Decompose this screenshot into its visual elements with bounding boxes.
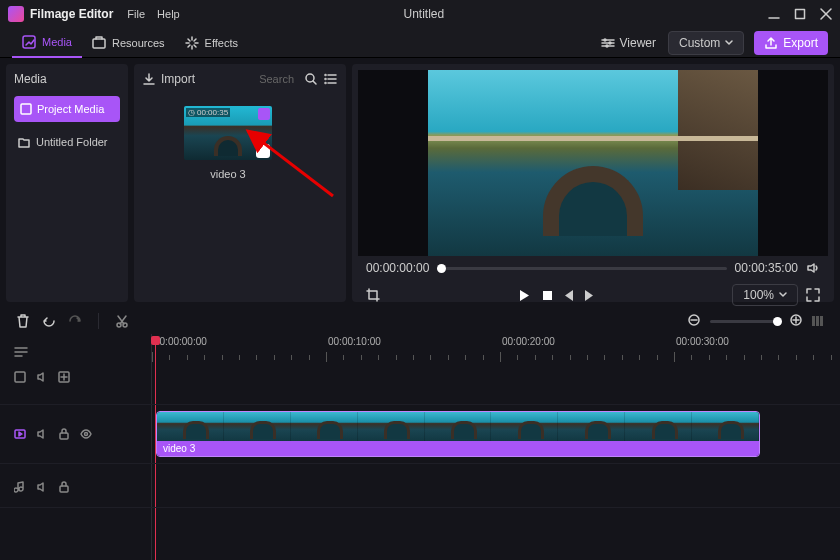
svg-point-19	[325, 79, 326, 80]
project-media-button[interactable]: Project Media	[14, 96, 120, 122]
effects-icon	[185, 36, 199, 50]
track-visibility-icon[interactable]	[80, 428, 92, 440]
thumb-selected-icon	[258, 108, 270, 120]
media-icon	[22, 35, 36, 49]
redo-icon[interactable]	[68, 314, 82, 328]
timeline: 00:00:00:00 00:00:10:00 00:00:20:00 00:0…	[0, 334, 840, 560]
title-bar: Filmage Editor File Help Untitled	[0, 0, 840, 28]
chevron-down-icon	[779, 291, 787, 299]
tab-effects[interactable]: Effects	[175, 28, 248, 58]
svg-point-20	[325, 83, 326, 84]
timeline-ruler[interactable]: 00:00:00:00 00:00:10:00 00:00:20:00 00:0…	[152, 334, 840, 368]
tab-media[interactable]: Media	[12, 28, 82, 58]
viewer-icon	[601, 36, 615, 50]
thumb-duration: ◷ 00:00:35	[186, 108, 230, 117]
stop-icon[interactable]	[541, 289, 554, 302]
app-name: Filmage Editor	[30, 7, 113, 21]
next-frame-icon[interactable]	[584, 289, 594, 302]
main-toolbar: Media Resources Effects Viewer Custom Ex…	[0, 28, 840, 58]
svg-rect-22	[543, 291, 552, 300]
volume-icon[interactable]	[806, 261, 820, 275]
export-icon	[764, 36, 778, 50]
svg-rect-31	[816, 316, 819, 326]
video-clip[interactable]: video 3	[156, 411, 760, 457]
resources-icon	[92, 36, 106, 50]
thumb-name: video 3	[210, 168, 245, 180]
track-mute-icon[interactable]	[36, 481, 48, 493]
svg-rect-43	[60, 486, 68, 492]
custom-button[interactable]: Custom	[668, 31, 744, 55]
svg-rect-30	[812, 316, 815, 326]
zoom-in-icon[interactable]	[790, 314, 804, 328]
preview-current-time: 00:00:00:00	[366, 261, 429, 275]
search-placeholder[interactable]: Search	[259, 73, 294, 85]
zoom-slider[interactable]	[710, 320, 782, 323]
left-panel: Media Project Media Untitled Folder	[6, 64, 128, 302]
left-panel-title: Media	[14, 72, 120, 86]
zoom-select[interactable]: 100%	[732, 284, 798, 306]
play-icon[interactable]	[518, 289, 531, 302]
menu-help[interactable]: Help	[157, 8, 180, 20]
import-button[interactable]: Import	[142, 72, 253, 86]
svg-rect-1	[796, 10, 805, 19]
svg-rect-32	[820, 316, 823, 326]
media-thumbnail[interactable]: ◷ 00:00:35 video 3	[182, 106, 274, 180]
list-view-icon[interactable]	[324, 72, 338, 86]
svg-point-10	[609, 42, 611, 44]
track-add-icon[interactable]	[58, 371, 70, 383]
maximize-icon[interactable]	[794, 8, 806, 20]
track-lock-icon[interactable]	[58, 428, 70, 440]
preview-panel: 00:00:00:00 00:00:35:00 100%	[352, 64, 834, 302]
track-mute-icon[interactable]	[36, 428, 48, 440]
video-preview[interactable]	[358, 70, 828, 256]
svg-line-14	[313, 81, 316, 84]
cut-icon[interactable]	[115, 314, 129, 328]
clip-label: video 3	[157, 441, 759, 456]
project-media-icon	[20, 103, 32, 115]
svg-point-42	[85, 433, 88, 436]
crop-icon[interactable]	[366, 288, 380, 302]
viewer-button[interactable]: Viewer	[601, 36, 656, 50]
svg-rect-36	[15, 372, 25, 382]
svg-rect-5	[93, 39, 105, 48]
svg-rect-41	[60, 433, 68, 439]
search-icon[interactable]	[304, 72, 318, 86]
audio-track	[0, 466, 840, 508]
folder-item[interactable]: Untitled Folder	[14, 130, 120, 154]
track-audio-icon[interactable]	[36, 371, 48, 383]
document-title: Untitled	[180, 7, 768, 21]
menu-file[interactable]: File	[127, 8, 145, 20]
minimize-icon[interactable]	[768, 8, 780, 20]
delete-icon[interactable]	[16, 314, 30, 328]
preview-progress-bar[interactable]	[437, 267, 726, 270]
close-icon[interactable]	[820, 8, 832, 20]
timeline-toolbar	[0, 308, 840, 334]
preview-total-time: 00:00:35:00	[735, 261, 798, 275]
media-panel: Import Search ◷ 00:00:35 video 3	[134, 64, 346, 302]
undo-icon[interactable]	[42, 314, 56, 328]
timeline-filter-icon[interactable]	[14, 344, 28, 358]
track-lock-icon[interactable]	[58, 481, 70, 493]
chevron-down-icon	[725, 39, 733, 47]
import-icon	[142, 72, 156, 86]
export-button[interactable]: Export	[754, 31, 828, 55]
svg-rect-12	[21, 104, 31, 114]
svg-point-9	[604, 39, 606, 41]
folder-icon	[18, 136, 30, 148]
svg-point-18	[325, 75, 326, 76]
fullscreen-icon[interactable]	[806, 288, 820, 302]
tab-resources[interactable]: Resources	[82, 28, 175, 58]
timeline-settings-icon[interactable]	[812, 314, 824, 328]
track-effect-icon[interactable]	[14, 371, 26, 383]
zoom-out-icon[interactable]	[688, 314, 702, 328]
app-logo	[8, 6, 24, 22]
svg-point-11	[606, 45, 608, 47]
video-track: video 3	[0, 404, 840, 464]
audio-track-icon[interactable]	[14, 481, 26, 493]
thumb-add-icon[interactable]	[256, 144, 270, 158]
prev-frame-icon[interactable]	[564, 289, 574, 302]
video-track-icon[interactable]	[14, 428, 26, 440]
